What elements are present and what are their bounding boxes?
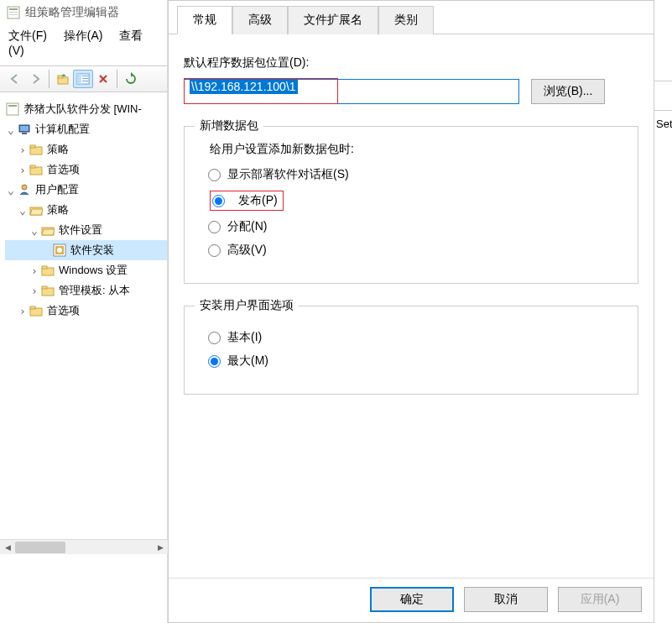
svg-rect-2 [9,12,18,13]
group-new-package: 新增数据包 给用户设置添加新数据包时: 显示部署软件对话框(S) 发布(P) 分… [184,126,638,284]
installer-icon [52,243,67,257]
user-icon [17,183,32,196]
tree-uc-pref[interactable]: › 首选项 [5,301,167,321]
collapse-icon[interactable]: ⌄ [17,204,29,217]
path-label: 默认程序数据包位置(D): [184,55,638,71]
forward-button[interactable] [25,70,45,88]
expand-icon[interactable]: › [29,264,40,277]
left-pane: 组策略管理编辑器 文件(F) 操作(A) 查看(V) 养猪大队软件分发 [ [0,0,168,623]
svg-rect-31 [30,306,35,309]
tree-cc-pref[interactable]: › 首选项 [5,160,167,180]
collapse-icon[interactable]: ⌄ [29,224,40,237]
menu-action[interactable]: 操作(A) [64,29,103,42]
radio-show-dialog-input[interactable] [208,169,221,181]
gpo-icon [5,102,20,116]
collapse-icon[interactable]: ⌄ [5,123,17,136]
collapse-icon[interactable]: ⌄ [5,184,17,196]
folder-icon [29,163,44,176]
svg-rect-9 [82,78,88,79]
apply-button: 应用(A) [558,587,642,612]
radio-max-input[interactable] [208,355,221,368]
back-button[interactable] [5,70,25,88]
radio-advanced-input[interactable] [208,244,221,257]
delete-button[interactable] [93,70,113,88]
radio-basic[interactable]: 基本(I) [208,330,623,345]
tool-bar [0,65,167,92]
radio-assign-input[interactable] [208,221,221,233]
svg-rect-1 [9,8,18,10]
expand-icon[interactable]: › [17,164,29,176]
folder-open-icon [40,223,55,237]
tab-general[interactable]: 常规 [177,6,232,34]
svg-rect-8 [82,76,88,76]
scroll-thumb[interactable] [15,542,65,553]
svg-rect-17 [30,145,35,148]
radio-publish: 发布(P) [238,193,278,208]
radio-assign[interactable]: 分配(N) [208,219,623,234]
tree-user-config[interactable]: ⌄ 用户配置 [5,180,167,200]
svg-rect-3 [9,14,18,15]
tree-uc-tmpl[interactable]: › 管理模板: 从本 [5,280,167,301]
svg-rect-19 [30,165,35,168]
menu-file[interactable]: 文件(F) [8,29,47,42]
scroll-track[interactable] [15,541,153,554]
folder-open-icon [29,203,44,217]
show-tree-button[interactable] [73,70,93,88]
title-bar: 组策略管理编辑器 [0,0,167,25]
app-icon [7,6,20,19]
tab-advanced[interactable]: 高级 [232,6,288,34]
expand-icon[interactable]: › [17,144,29,156]
svg-point-20 [22,185,27,190]
radio-advanced[interactable]: 高级(V) [208,243,623,258]
tree-uc-win[interactable]: › Windows 设置 [5,260,167,280]
up-button[interactable] [53,70,73,88]
tab-category[interactable]: 类别 [378,6,434,34]
toolbar-separator-2 [117,70,117,88]
tree-view[interactable]: 养猪大队软件分发 [WIN- ⌄ 计算机配置 › 策略 › 首选项 ⌄ 用户配置… [0,92,167,321]
scroll-left-icon[interactable]: ◀ [0,541,15,554]
expand-icon[interactable]: › [29,285,40,297]
tree-root[interactable]: 养猪大队软件分发 [WIN- [5,99,167,119]
horizontal-scrollbar[interactable]: ◀ ▶ [0,539,168,554]
scroll-right-icon[interactable]: ▶ [153,541,168,554]
radio-max[interactable]: 最大(M) [208,353,623,369]
radio-show-dialog[interactable]: 显示部署软件对话框(S) [208,167,623,182]
svg-rect-14 [20,126,29,131]
folder-icon [29,143,44,156]
tree-cc-policy[interactable]: › 策略 [5,139,167,160]
expand-icon[interactable]: › [17,305,29,317]
svg-rect-29 [42,286,47,289]
folder-icon [40,264,55,277]
radio-publish-input[interactable] [212,195,225,207]
svg-rect-12 [8,105,17,107]
ok-button[interactable]: 确定 [370,587,454,612]
svg-point-25 [57,248,62,253]
highlight-box-radio-icon: 发布(P) [210,191,284,211]
properties-dialog: 常规 高级 文件扩展名 类别 默认程序数据包位置(D): \\192.168.1… [168,0,654,623]
svg-rect-10 [82,81,88,81]
browse-button[interactable]: 浏览(B)... [531,79,605,104]
menu-bar: 文件(F) 操作(A) 查看(V) [0,25,167,65]
tree-uc-policy[interactable]: ⌄ 策略 [5,200,167,220]
computer-icon [17,123,32,136]
tab-content: 默认程序数据包位置(D): \\192.168.121.100\1 浏览(B).… [169,34,654,563]
tree-uc-sw[interactable]: ⌄ 软件设置 [5,220,167,240]
folder-icon [40,284,55,297]
group-new-legend: 新增数据包 [195,118,263,134]
radio-basic-input[interactable] [208,332,221,344]
folder-icon [29,304,44,317]
app-title: 组策略管理编辑器 [25,5,119,20]
path-input-wrap: \\192.168.121.100\1 [184,79,519,104]
button-row: 确定 取消 应用(A) [370,575,642,612]
tab-ext[interactable]: 文件扩展名 [288,6,378,34]
path-value: \\192.168.121.100\1 [190,79,298,94]
tree-uc-sw-install[interactable]: 软件安装 [5,240,167,260]
tree-computer-config[interactable]: ⌄ 计算机配置 [5,119,167,139]
svg-rect-15 [22,133,27,134]
group-ui-options: 安装用户界面选项 基本(I) 最大(M) [184,306,638,395]
cancel-button[interactable]: 取消 [464,587,548,612]
refresh-button[interactable] [121,70,141,88]
adjacent-window-peek: Set [654,0,672,623]
svg-rect-27 [42,266,47,269]
path-input[interactable]: \\192.168.121.100\1 [184,79,519,104]
